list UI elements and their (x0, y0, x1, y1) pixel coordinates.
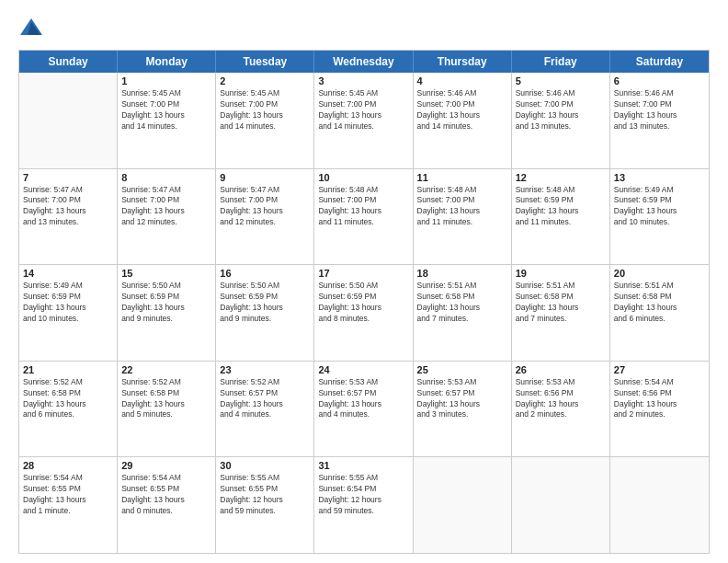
calendar-cell: 9Sunrise: 5:47 AM Sunset: 7:00 PM Daylig… (216, 169, 314, 265)
calendar-cell (610, 457, 709, 553)
cell-info: Sunrise: 5:47 AM Sunset: 7:00 PM Dayligh… (220, 185, 310, 229)
calendar-body: 1Sunrise: 5:45 AM Sunset: 7:00 PM Daylig… (19, 73, 709, 553)
day-number: 22 (121, 364, 211, 375)
cell-info: Sunrise: 5:54 AM Sunset: 6:56 PM Dayligh… (614, 377, 705, 421)
day-number: 26 (516, 364, 606, 375)
day-number: 27 (614, 364, 705, 375)
cell-info: Sunrise: 5:54 AM Sunset: 6:55 PM Dayligh… (121, 473, 211, 517)
calendar-cell: 29Sunrise: 5:54 AM Sunset: 6:55 PM Dayli… (118, 457, 216, 553)
cell-info: Sunrise: 5:46 AM Sunset: 7:00 PM Dayligh… (614, 88, 705, 132)
calendar-cell (414, 457, 512, 553)
cell-info: Sunrise: 5:48 AM Sunset: 7:00 PM Dayligh… (318, 185, 408, 229)
header-cell-sunday: Sunday (19, 51, 118, 73)
day-number: 11 (417, 172, 507, 183)
calendar-cell: 2Sunrise: 5:45 AM Sunset: 7:00 PM Daylig… (216, 73, 314, 168)
day-number: 28 (23, 460, 113, 471)
calendar-cell: 30Sunrise: 5:55 AM Sunset: 6:55 PM Dayli… (216, 457, 314, 553)
calendar-cell: 1Sunrise: 5:45 AM Sunset: 7:00 PM Daylig… (118, 73, 216, 168)
calendar-cell: 3Sunrise: 5:45 AM Sunset: 7:00 PM Daylig… (314, 73, 413, 168)
cell-info: Sunrise: 5:52 AM Sunset: 6:57 PM Dayligh… (220, 377, 310, 421)
cell-info: Sunrise: 5:53 AM Sunset: 6:56 PM Dayligh… (516, 377, 606, 421)
day-number: 1 (121, 75, 211, 86)
calendar-cell: 21Sunrise: 5:52 AM Sunset: 6:58 PM Dayli… (19, 362, 118, 457)
day-number: 29 (121, 460, 211, 471)
calendar-cell: 6Sunrise: 5:46 AM Sunset: 7:00 PM Daylig… (610, 73, 709, 168)
day-number: 7 (23, 172, 113, 183)
calendar-cell: 10Sunrise: 5:48 AM Sunset: 7:00 PM Dayli… (314, 169, 413, 265)
cell-info: Sunrise: 5:51 AM Sunset: 6:58 PM Dayligh… (417, 281, 507, 325)
cell-info: Sunrise: 5:45 AM Sunset: 7:00 PM Dayligh… (121, 88, 211, 132)
cell-info: Sunrise: 5:48 AM Sunset: 7:00 PM Dayligh… (417, 185, 507, 229)
cell-info: Sunrise: 5:54 AM Sunset: 6:55 PM Dayligh… (23, 473, 113, 517)
calendar-cell: 14Sunrise: 5:49 AM Sunset: 6:59 PM Dayli… (19, 265, 118, 361)
day-number: 5 (516, 75, 606, 86)
cell-info: Sunrise: 5:53 AM Sunset: 6:57 PM Dayligh… (417, 377, 507, 421)
cell-info: Sunrise: 5:52 AM Sunset: 6:58 PM Dayligh… (121, 377, 211, 421)
cell-info: Sunrise: 5:47 AM Sunset: 7:00 PM Dayligh… (23, 185, 113, 229)
cell-info: Sunrise: 5:50 AM Sunset: 6:59 PM Dayligh… (121, 281, 211, 325)
calendar-cell (512, 457, 610, 553)
calendar-cell: 27Sunrise: 5:54 AM Sunset: 6:56 PM Dayli… (610, 362, 709, 457)
header (18, 17, 710, 42)
header-cell-saturday: Saturday (610, 51, 709, 73)
calendar-cell: 16Sunrise: 5:50 AM Sunset: 6:59 PM Dayli… (216, 265, 314, 361)
day-number: 19 (516, 268, 606, 279)
calendar-row-1: 1Sunrise: 5:45 AM Sunset: 7:00 PM Daylig… (19, 73, 709, 168)
calendar-cell: 11Sunrise: 5:48 AM Sunset: 7:00 PM Dayli… (414, 169, 512, 265)
day-number: 14 (23, 268, 113, 279)
day-number: 20 (614, 268, 705, 279)
logo-icon (18, 17, 44, 42)
calendar-cell: 18Sunrise: 5:51 AM Sunset: 6:58 PM Dayli… (414, 265, 512, 361)
cell-info: Sunrise: 5:55 AM Sunset: 6:54 PM Dayligh… (318, 473, 408, 517)
day-number: 16 (220, 268, 310, 279)
header-cell-thursday: Thursday (414, 51, 512, 73)
cell-info: Sunrise: 5:50 AM Sunset: 6:59 PM Dayligh… (220, 281, 310, 325)
day-number: 17 (318, 268, 408, 279)
cell-info: Sunrise: 5:46 AM Sunset: 7:00 PM Dayligh… (417, 88, 507, 132)
calendar-cell: 20Sunrise: 5:51 AM Sunset: 6:58 PM Dayli… (610, 265, 709, 361)
cell-info: Sunrise: 5:45 AM Sunset: 7:00 PM Dayligh… (220, 88, 310, 132)
cell-info: Sunrise: 5:45 AM Sunset: 7:00 PM Dayligh… (318, 88, 408, 132)
calendar-cell: 4Sunrise: 5:46 AM Sunset: 7:00 PM Daylig… (414, 73, 512, 168)
cell-info: Sunrise: 5:46 AM Sunset: 7:00 PM Dayligh… (516, 88, 606, 132)
cell-info: Sunrise: 5:48 AM Sunset: 6:59 PM Dayligh… (516, 185, 606, 229)
calendar-header-row: SundayMondayTuesdayWednesdayThursdayFrid… (19, 51, 709, 73)
day-number: 6 (614, 75, 705, 86)
day-number: 23 (220, 364, 310, 375)
day-number: 3 (318, 75, 408, 86)
header-cell-tuesday: Tuesday (216, 51, 314, 73)
day-number: 13 (614, 172, 705, 183)
day-number: 24 (318, 364, 408, 375)
cell-info: Sunrise: 5:49 AM Sunset: 6:59 PM Dayligh… (23, 281, 113, 325)
cell-info: Sunrise: 5:49 AM Sunset: 6:59 PM Dayligh… (614, 185, 705, 229)
day-number: 8 (121, 172, 211, 183)
cell-info: Sunrise: 5:51 AM Sunset: 6:58 PM Dayligh… (614, 281, 705, 325)
calendar-cell: 8Sunrise: 5:47 AM Sunset: 7:00 PM Daylig… (118, 169, 216, 265)
calendar-cell: 15Sunrise: 5:50 AM Sunset: 6:59 PM Dayli… (118, 265, 216, 361)
calendar-cell: 28Sunrise: 5:54 AM Sunset: 6:55 PM Dayli… (19, 457, 118, 553)
day-number: 4 (417, 75, 507, 86)
day-number: 30 (220, 460, 310, 471)
calendar-cell: 17Sunrise: 5:50 AM Sunset: 6:59 PM Dayli… (314, 265, 413, 361)
day-number: 2 (220, 75, 310, 86)
calendar-cell: 26Sunrise: 5:53 AM Sunset: 6:56 PM Dayli… (512, 362, 610, 457)
calendar-cell: 13Sunrise: 5:49 AM Sunset: 6:59 PM Dayli… (610, 169, 709, 265)
cell-info: Sunrise: 5:52 AM Sunset: 6:58 PM Dayligh… (23, 377, 113, 421)
header-cell-monday: Monday (118, 51, 216, 73)
day-number: 15 (121, 268, 211, 279)
calendar-cell: 25Sunrise: 5:53 AM Sunset: 6:57 PM Dayli… (414, 362, 512, 457)
calendar-page: SundayMondayTuesdayWednesdayThursdayFrid… (0, 0, 728, 563)
calendar-row-2: 7Sunrise: 5:47 AM Sunset: 7:00 PM Daylig… (19, 168, 709, 265)
cell-info: Sunrise: 5:55 AM Sunset: 6:55 PM Dayligh… (220, 473, 310, 517)
cell-info: Sunrise: 5:53 AM Sunset: 6:57 PM Dayligh… (318, 377, 408, 421)
cell-info: Sunrise: 5:51 AM Sunset: 6:58 PM Dayligh… (516, 281, 606, 325)
calendar-row-5: 28Sunrise: 5:54 AM Sunset: 6:55 PM Dayli… (19, 456, 709, 553)
cell-info: Sunrise: 5:47 AM Sunset: 7:00 PM Dayligh… (121, 185, 211, 229)
calendar-cell: 22Sunrise: 5:52 AM Sunset: 6:58 PM Dayli… (118, 362, 216, 457)
calendar: SundayMondayTuesdayWednesdayThursdayFrid… (18, 50, 710, 554)
header-cell-wednesday: Wednesday (314, 51, 413, 73)
day-number: 31 (318, 460, 408, 471)
day-number: 21 (23, 364, 113, 375)
calendar-cell: 5Sunrise: 5:46 AM Sunset: 7:00 PM Daylig… (512, 73, 610, 168)
calendar-row-4: 21Sunrise: 5:52 AM Sunset: 6:58 PM Dayli… (19, 361, 709, 457)
